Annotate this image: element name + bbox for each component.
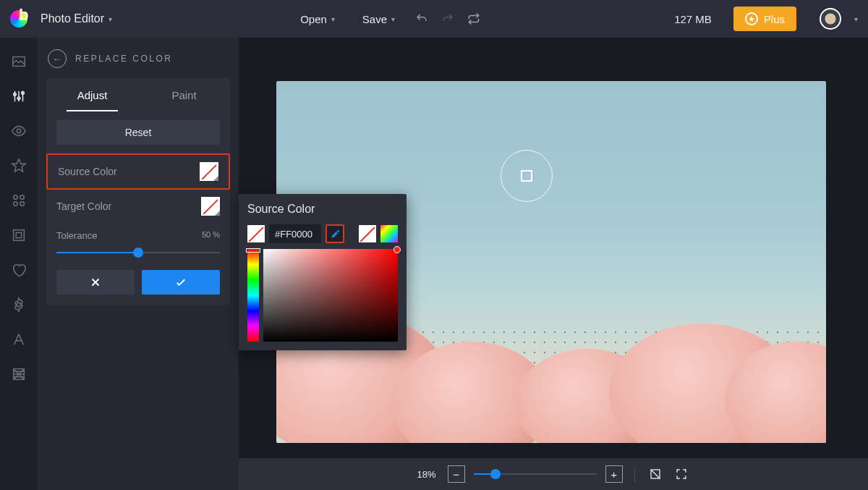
star-tool-icon[interactable]	[11, 158, 27, 174]
user-avatar[interactable]	[820, 8, 841, 30]
chevron-down-icon: ▾	[854, 15, 858, 23]
tolerance-value: 50 %	[202, 230, 220, 241]
save-menu[interactable]: Save ▾	[355, 9, 402, 30]
fit-screen-button[interactable]	[647, 465, 664, 483]
hex-input[interactable]	[269, 224, 321, 243]
no-color-swatch[interactable]	[247, 225, 265, 242]
source-color-row[interactable]: Source Color	[46, 153, 230, 190]
svg-point-7	[14, 202, 18, 206]
eyedropper-icon	[330, 229, 341, 240]
tolerance-label: Tolerance	[56, 230, 97, 241]
upgrade-plus-button[interactable]: ★ Plus	[733, 7, 796, 31]
close-icon	[89, 276, 102, 289]
svg-point-8	[20, 202, 25, 206]
zoom-in-button[interactable]: +	[605, 465, 623, 483]
svg-rect-10	[16, 232, 21, 237]
rainbow-swatch[interactable]	[380, 225, 398, 242]
eyedropper-sampler[interactable]	[501, 150, 553, 202]
frame-tool-icon[interactable]	[11, 227, 27, 243]
heart-tool-icon[interactable]	[11, 262, 27, 278]
source-color-swatch[interactable]	[200, 162, 218, 181]
panel-title: REPLACE COLOR	[75, 54, 173, 64]
saturation-value-field[interactable]	[263, 249, 398, 342]
reset-button[interactable]: Reset	[56, 120, 220, 145]
zoom-out-button[interactable]: −	[448, 465, 465, 483]
adjust-tool-icon[interactable]	[11, 88, 27, 104]
target-color-swatch[interactable]	[201, 197, 220, 216]
zoom-bar: 18% − +	[239, 458, 868, 490]
gear-tool-icon[interactable]	[11, 297, 27, 313]
color-picker-popover: Source Color	[239, 194, 407, 350]
back-button[interactable]: ←	[48, 49, 67, 68]
zoom-percent-label: 18%	[417, 469, 435, 480]
repeat-icon[interactable]	[467, 12, 480, 25]
shapes-tool-icon[interactable]	[11, 193, 27, 208]
app-switcher[interactable]: Photo Editor ▾	[41, 12, 112, 25]
zoom-slider[interactable]	[474, 468, 597, 480]
sampler-target-icon	[521, 170, 532, 182]
open-label: Open	[300, 13, 327, 25]
svg-point-4	[17, 129, 21, 133]
app-header: Photo Editor ▾ Open ▾ Save ▾ 127 MB ★ Pl…	[0, 0, 868, 38]
fullscreen-button[interactable]	[673, 465, 690, 483]
svg-point-5	[14, 195, 18, 200]
chevron-down-icon: ▾	[331, 15, 335, 23]
chevron-down-icon: ▾	[109, 15, 112, 23]
save-label: Save	[362, 13, 387, 25]
tolerance-control: Tolerance 50 %	[46, 223, 230, 258]
tab-paint[interactable]: Paint	[138, 78, 230, 111]
open-menu[interactable]: Open ▾	[293, 9, 342, 30]
check-icon	[174, 276, 187, 289]
visibility-tool-icon[interactable]	[11, 123, 27, 139]
target-color-row[interactable]: Target Color	[46, 190, 230, 223]
panel-tabs: Adjust Paint	[46, 78, 230, 111]
undo-icon[interactable]	[415, 12, 428, 25]
cancel-button[interactable]	[56, 270, 135, 295]
redo-icon[interactable]	[441, 12, 454, 25]
sv-cursor	[393, 246, 401, 253]
svg-rect-9	[14, 230, 25, 241]
tolerance-slider[interactable]	[56, 247, 220, 258]
chevron-down-icon: ▾	[391, 15, 395, 23]
plus-label: Plus	[764, 13, 785, 25]
hue-slider[interactable]	[247, 249, 259, 342]
picker-title: Source Color	[247, 203, 398, 216]
apply-button[interactable]	[142, 270, 220, 295]
app-name-label: Photo Editor	[41, 12, 104, 25]
tool-rail	[0, 38, 38, 490]
tab-adjust[interactable]: Adjust	[46, 78, 138, 111]
memory-usage: 127 MB	[674, 13, 712, 25]
eyedropper-button[interactable]	[326, 224, 344, 243]
star-icon: ★	[745, 12, 758, 25]
text-tool-icon[interactable]	[11, 331, 27, 347]
texture-tool-icon[interactable]	[11, 366, 27, 382]
image-tool-icon[interactable]	[11, 54, 27, 69]
target-color-label: Target Color	[56, 200, 111, 212]
transparent-swatch[interactable]	[359, 225, 376, 242]
source-color-label: Source Color	[58, 166, 117, 177]
app-logo	[10, 10, 27, 28]
svg-point-6	[20, 195, 25, 200]
replace-color-panel: ← REPLACE COLOR Adjust Paint Reset Sourc…	[38, 38, 239, 490]
svg-point-11	[17, 303, 21, 307]
